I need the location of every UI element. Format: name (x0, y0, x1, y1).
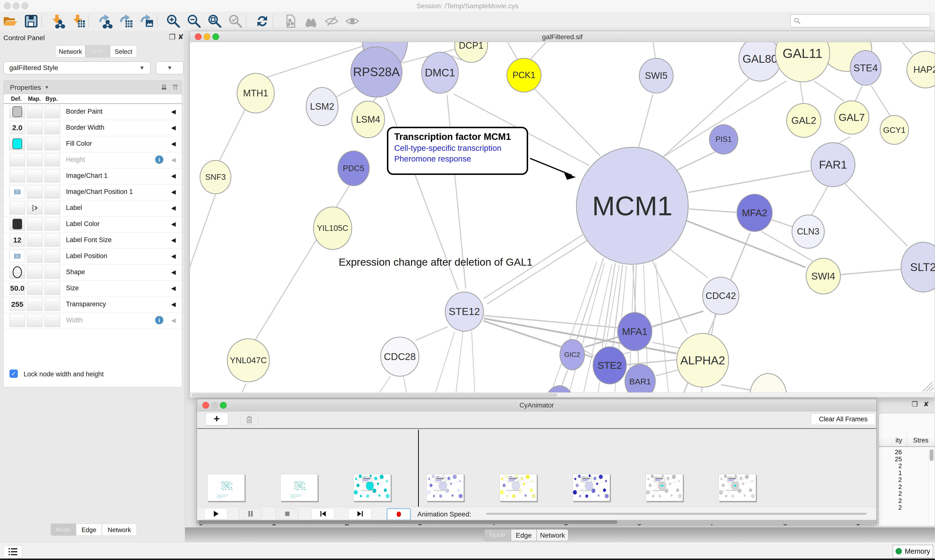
resize-grip-icon[interactable] (920, 380, 934, 392)
timeline-frame-2[interactable] (353, 474, 391, 501)
close-table-panel-icon[interactable]: ✘ (923, 400, 929, 408)
expand-row-icon[interactable]: ◀ (171, 317, 176, 324)
tab-style[interactable]: Style (85, 45, 110, 57)
table-scrollbar[interactable] (929, 448, 935, 525)
task-history-button[interactable] (3, 545, 22, 558)
property-map-cell[interactable] (27, 266, 43, 279)
zoom-in-icon[interactable] (165, 13, 181, 29)
expand-all-icon[interactable]: ⇊ (161, 83, 167, 91)
property-byp-cell[interactable] (45, 249, 60, 263)
color-swatch[interactable] (12, 219, 22, 229)
property-map-cell[interactable] (27, 137, 43, 150)
zoom-out-icon[interactable] (186, 13, 202, 29)
node-snf3[interactable]: SNF3 (200, 160, 231, 194)
node-mcm1[interactable]: MCM1 (576, 147, 688, 265)
node-swi5[interactable]: SWI5 (639, 58, 673, 94)
node-cln3[interactable]: CLN3 (792, 215, 825, 249)
expand-row-icon[interactable]: ◀ (171, 269, 176, 275)
node-dmc1[interactable]: DMC1 (421, 52, 459, 94)
network-window-titlebar[interactable]: galFiltered.sif (190, 31, 935, 42)
cyanimator-titlebar[interactable]: CyAnimator (197, 399, 876, 411)
property-byp-cell[interactable] (45, 202, 60, 215)
property-row-label-font-size[interactable]: 12Label Font Size◀ (4, 232, 181, 249)
network-hscrollbar-thumb[interactable] (192, 393, 557, 397)
property-byp-cell[interactable] (45, 282, 60, 295)
node-slt2[interactable]: SLT2 (901, 242, 935, 292)
property-map-cell[interactable] (27, 153, 43, 166)
property-byp-cell[interactable] (45, 137, 60, 150)
property-row-label-color[interactable]: Label Color◀ (4, 216, 181, 232)
property-byp-cell[interactable] (45, 153, 60, 166)
expand-row-icon[interactable]: ◀ (171, 221, 176, 228)
property-map-cell[interactable] (27, 298, 43, 311)
node-mfa1[interactable]: MFA1 (617, 312, 652, 351)
network-hscrollbar[interactable] (190, 392, 935, 397)
node-gal2[interactable]: GAL2 (786, 103, 821, 138)
color-swatch[interactable] (12, 138, 22, 149)
tab-node-style[interactable]: Node (51, 523, 76, 536)
property-byp-cell[interactable] (45, 298, 60, 311)
node-alpha2[interactable]: ALPHA2 (676, 333, 729, 388)
tab-network-style[interactable]: Network (102, 523, 137, 536)
property-map-cell[interactable] (27, 121, 43, 134)
tab-edge-style[interactable]: Edge (76, 523, 102, 536)
property-def-cell[interactable] (9, 217, 25, 231)
property-map-cell[interactable] (27, 314, 43, 327)
timeline-frame-5[interactable] (572, 474, 610, 501)
property-def-cell[interactable]: 2.0 (9, 121, 25, 134)
node-hap2[interactable]: HAP2 (907, 51, 935, 88)
node-far1[interactable]: FAR1 (811, 142, 855, 187)
position-icon[interactable] (9, 249, 25, 263)
pause-button[interactable] (239, 508, 262, 519)
property-row-transparency[interactable]: 255Transparency◀ (4, 297, 181, 313)
property-map-cell[interactable] (27, 217, 43, 231)
property-map-cell[interactable] (27, 282, 43, 295)
zoom-fit-icon[interactable] (207, 13, 222, 29)
property-def-cell[interactable] (9, 266, 25, 279)
cyanimator-scrollbar[interactable] (197, 520, 876, 524)
search-input[interactable] (790, 14, 930, 28)
table-scrollbar-thumb[interactable] (930, 449, 933, 461)
property-def-cell[interactable] (9, 314, 25, 327)
cyanimator-timeline[interactable]: 0123456789 Seconds (197, 429, 876, 507)
property-def-cell[interactable]: 12 (9, 234, 25, 247)
node-gal80[interactable]: GAL80 (739, 42, 781, 82)
property-row-image-chart-1[interactable]: Image/Chart 1◀ (4, 168, 181, 185)
property-byp-cell[interactable] (45, 121, 60, 134)
refresh-icon[interactable] (255, 13, 270, 29)
property-row-border-paint[interactable]: Border Paint◀ (4, 104, 181, 120)
property-def-cell[interactable]: 255 (9, 298, 25, 311)
property-byp-cell[interactable] (45, 105, 60, 118)
expand-row-icon[interactable]: ◀ (171, 205, 176, 211)
property-byp-cell[interactable] (45, 217, 60, 231)
stop-button[interactable] (276, 508, 299, 519)
table-column-stres[interactable]: Stres (907, 435, 935, 447)
position-icon[interactable] (9, 185, 25, 198)
node-cdc28[interactable]: CDC28 (380, 337, 419, 377)
color-swatch[interactable] (12, 106, 22, 117)
timeline-frame-1[interactable] (280, 474, 318, 501)
property-map-cell[interactable] (27, 105, 43, 118)
table-column-ity[interactable]: ity (879, 435, 907, 447)
import-network-icon[interactable] (50, 13, 65, 29)
node-pck1[interactable]: PCK1 (506, 58, 542, 92)
timeline-frame-3[interactable] (426, 474, 464, 501)
node-gcy1[interactable]: GCY1 (880, 115, 909, 145)
float-table-panel-icon[interactable]: ❒ (912, 400, 918, 408)
annotation-box[interactable]: Transcription factor MCM1 Cell-type-spec… (387, 127, 528, 175)
animation-speed-slider[interactable] (486, 513, 867, 515)
style-selector[interactable]: galFiltered Style ▼ (3, 61, 150, 74)
node-mth1[interactable]: MTH1 (237, 73, 275, 113)
add-frame-button[interactable]: + (205, 413, 228, 426)
first-frame-button[interactable] (312, 508, 335, 519)
property-row-width[interactable]: Widthi◀ (4, 312, 181, 329)
memory-button[interactable]: Memory (893, 545, 933, 558)
property-def-cell[interactable]: 50.0 (9, 282, 25, 295)
property-map-cell[interactable] (27, 234, 43, 247)
property-row-border-width[interactable]: 2.0Border Width◀ (4, 120, 181, 136)
expand-row-icon[interactable]: ◀ (171, 237, 176, 243)
float-panel-icon[interactable]: ❒ (169, 32, 176, 41)
property-byp-cell[interactable] (45, 314, 60, 327)
node-ste12[interactable]: STE12 (445, 292, 484, 332)
collapse-all-icon[interactable]: ⇈ (172, 83, 178, 91)
